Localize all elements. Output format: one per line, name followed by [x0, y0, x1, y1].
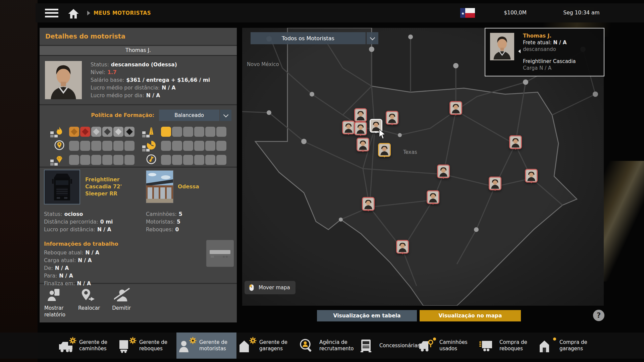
menu-icon[interactable] [45, 9, 58, 17]
truck-front-icon [359, 337, 377, 354]
skill-level-square [80, 155, 90, 165]
skill-level-square [216, 141, 226, 151]
driver-map-pin[interactable] [437, 165, 450, 178]
mouse-icon [248, 284, 255, 292]
driver-map-pin[interactable] [378, 143, 391, 157]
nav-garage-manager[interactable]: Gerente de garagens [236, 333, 297, 359]
nav-trailer-manager[interactable]: Gerente de reboques [116, 333, 176, 359]
skill-level-square [91, 141, 101, 151]
person-gear-icon [178, 337, 197, 354]
skill-row-adr [45, 125, 138, 139]
skill-level-square [172, 141, 182, 151]
relocate-button[interactable]: Realocar [78, 288, 108, 311]
skill-level-square [102, 155, 112, 165]
dismiss-person-icon [114, 288, 130, 303]
skill-level-square [205, 155, 215, 165]
driver-map-pin[interactable] [449, 101, 462, 115]
skill-level-square [124, 155, 135, 165]
map-view-button[interactable]: Visualização no mapa [420, 310, 521, 321]
move-map-button[interactable]: Mover mapa [245, 281, 296, 294]
adr-class-badge [91, 127, 101, 137]
driver-map-pin[interactable] [509, 135, 522, 149]
home-icon[interactable] [68, 8, 79, 18]
adr-class-badge [113, 127, 123, 137]
nav-garage-purchase[interactable]: Compra de garagens [537, 333, 597, 359]
nav-truck-manager[interactable]: Gerente de caminhões [56, 333, 116, 359]
skill-level-square [161, 155, 171, 165]
buy-trailer-icon [479, 337, 497, 354]
nav-dealers[interactable]: Concessionárias [357, 333, 417, 359]
training-policy-dropdown[interactable]: Balanceado [159, 110, 219, 121]
region-label-texas: Texas [403, 149, 417, 155]
money-balance: $100,0M [490, 3, 540, 22]
skill-row-just-in-time [138, 139, 231, 153]
job-info-title: Informações do trabalho [44, 241, 118, 247]
driver-map-pin[interactable] [342, 120, 355, 134]
driver-map-pin[interactable] [525, 169, 538, 183]
truck-thumbnail[interactable] [44, 170, 80, 204]
breadcrumb: MEUS MOTORISTAS [94, 10, 151, 16]
driver-manager-screen: MEUS MOTORISTAS ★ $100,0M Seg 10:34 am D… [0, 0, 644, 362]
truck-job-section: Freightliner Cascadia 72' Sleeper RR Ode… [40, 168, 237, 283]
notification-dot [553, 338, 556, 341]
skill-level-square [172, 127, 182, 137]
chevron-down-icon [370, 35, 375, 40]
skill-row-long-distance [138, 125, 231, 139]
skill-level-square [69, 141, 79, 151]
driver-map-pin[interactable] [386, 111, 398, 125]
nav-recruitment-agency[interactable]: Agência de recrutamento [297, 333, 357, 359]
driver-actions-section: Mostrar relatório Realocar Demitir [40, 284, 237, 322]
driver-map-pin[interactable] [354, 108, 367, 122]
garage-gear-icon [238, 337, 257, 354]
driver-map-pin[interactable] [357, 138, 369, 152]
skill-level-square [172, 155, 182, 165]
report-person-icon [46, 288, 62, 303]
tooltip-freight-row: Frete atual: N / A [523, 39, 576, 46]
top-bar: MEUS MOTORISTAS ★ $100,0M Seg 10:34 am [36, 3, 644, 22]
garage-stats: Caminhões:5 Motoristas:5 Reboques:0 [146, 210, 182, 234]
truck-name: Freightliner Cascadia 72' Sleeper RR [85, 176, 143, 197]
fragile-cargo-icon [143, 154, 156, 166]
skill-level-square [194, 155, 204, 165]
driver-filter-chevron-button[interactable] [367, 32, 378, 44]
driver-map-pin[interactable] [427, 190, 439, 204]
background-scene-left [0, 0, 38, 362]
driver-map-pin[interactable] [354, 122, 367, 135]
valuable-skill-slots [69, 155, 136, 165]
training-policy-chevron-button[interactable] [220, 110, 231, 121]
nav-used-trucks[interactable]: Caminhões usados [417, 333, 477, 359]
truck-gear-icon [58, 337, 77, 354]
help-button[interactable]: ? [593, 310, 604, 321]
skill-level-square [194, 141, 204, 151]
driver-map-pin[interactable] [489, 177, 501, 190]
breadcrumb-arrow-icon [87, 11, 90, 15]
skill-level-square [124, 141, 135, 151]
tooltip-driver-name: Thomas J. [523, 33, 576, 39]
driver-filter-dropdown[interactable]: Todos os Motoristas [251, 32, 366, 44]
skill-level-square [183, 127, 193, 137]
training-policy-section: Política de Formação: Balanceado [40, 105, 237, 167]
bottom-navigation: Gerente de caminhões Gerente de reboques… [0, 333, 644, 359]
driver-map-pin[interactable] [396, 240, 409, 254]
table-view-button[interactable]: Visualização em tabela [317, 310, 417, 321]
garage-thumbnail[interactable] [146, 170, 173, 203]
person-magnifier-icon [299, 337, 317, 354]
skill-level-square [80, 141, 90, 151]
driver-name-bar: Thomas J. [40, 46, 237, 55]
just-in-time-clock-icon [143, 140, 156, 152]
skill-level-square [113, 155, 123, 165]
skill-level-square [194, 127, 204, 137]
truck-stats: Status:ocioso Distância percorrida:0 mi … [44, 210, 113, 234]
fragile-skill-slots [161, 155, 227, 165]
driver-map-pin[interactable] [362, 197, 375, 211]
used-truck-icon [419, 337, 437, 354]
show-report-button[interactable]: Mostrar relatório [44, 288, 74, 318]
nav-trailer-purchase[interactable]: Compra de reboques [477, 333, 537, 359]
texas-flag-icon: ★ [460, 8, 475, 18]
skill-level-square [183, 141, 193, 151]
dismiss-button[interactable]: Demitir [112, 288, 142, 311]
skill-level-square [102, 141, 112, 151]
panel-title: Detalhes do motorista [40, 28, 237, 45]
nav-driver-manager[interactable]: Gerente de motoristas [176, 333, 236, 359]
tooltip-driver-photo [490, 33, 514, 60]
